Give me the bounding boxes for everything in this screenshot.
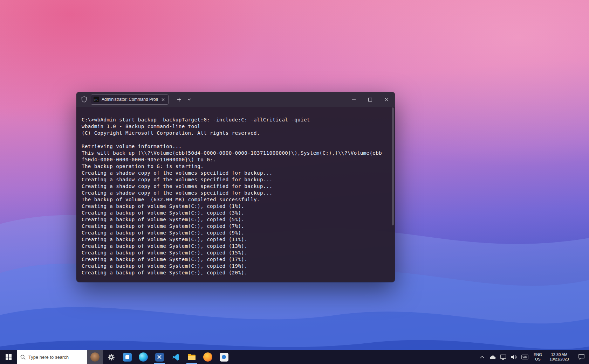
terminal-line: Creating a backup of volume System(C:), … (82, 210, 388, 216)
tab-dropdown-chevron-icon (187, 98, 191, 100)
tab-close-icon[interactable] (160, 97, 166, 102)
edge-browser-icon (139, 352, 148, 362)
taskbar-clock[interactable]: 12:30 AM 10/21/2023 (545, 350, 574, 364)
admin-shield-icon (81, 96, 88, 103)
blue-app-icon (123, 353, 132, 362)
terminal-body[interactable]: C:\>wbAdmin start backup -backupTarget:G… (76, 107, 395, 282)
start-windows-icon (6, 354, 12, 360)
taskbar-app-photos[interactable] (216, 350, 232, 364)
animal-photo-icon (90, 352, 100, 362)
minimize-icon (352, 99, 356, 100)
clock-time: 12:30 AM (545, 352, 574, 357)
tray-chevron-up-icon (480, 356, 484, 358)
scrollbar-thumb[interactable] (392, 107, 394, 225)
maximize-button[interactable] (362, 92, 378, 107)
terminal-line: Creating a backup of volume System(C:), … (82, 223, 388, 230)
taskbar-app-vscode[interactable] (167, 350, 184, 364)
volume-speaker-icon (511, 355, 517, 360)
tray-language-switcher[interactable]: ENG US (531, 350, 545, 364)
language-region: US (531, 357, 545, 362)
maximize-icon (368, 98, 372, 102)
taskbar-app-animal[interactable] (87, 350, 103, 364)
terminal-line: Creating a backup of volume System(C:), … (82, 230, 388, 236)
taskbar: ENG US 12:30 AM 10/21/2023 (0, 350, 589, 364)
terminal-line: Creating a backup of volume System(C:), … (82, 236, 388, 243)
terminal-line: Creating a backup of volume System(C:), … (82, 203, 388, 210)
new-tab-button[interactable] (174, 94, 184, 104)
touch-keyboard-icon (521, 355, 528, 359)
terminal-line: This will back up (\\?\Volume{ebbf50d4-0… (82, 150, 388, 156)
close-icon (385, 98, 389, 102)
terminal-line: Retrieving volume information... (82, 143, 388, 150)
firefox-icon (203, 352, 212, 362)
taskbar-app-firefox[interactable] (200, 350, 216, 364)
taskbar-app-edge[interactable] (135, 350, 151, 364)
terminal-line: C:\>wbAdmin start backup -backupTarget:G… (82, 117, 388, 123)
terminal-line: The backup operation to G: is starting. (82, 163, 388, 170)
cmd-tab-icon: C:\_ (94, 97, 99, 102)
onedrive-cloud-icon (489, 355, 496, 359)
taskbar-app-explorer[interactable] (184, 350, 200, 364)
terminal-line (82, 136, 388, 143)
network-monitor-icon (500, 355, 506, 360)
terminal-line: Creating a backup of volume System(C:), … (82, 263, 388, 270)
terminal-window: C:\_ Administrator: Command Prompt C:\>w… (76, 92, 395, 282)
terminal-titlebar[interactable]: C:\_ Administrator: Command Prompt (76, 92, 395, 107)
terminal-line: Creating a backup of volume System(C:), … (82, 243, 388, 250)
terminal-line: The backup of volume (632.00 MB) complet… (82, 196, 388, 203)
tray-network[interactable] (498, 350, 508, 364)
search-icon (20, 355, 26, 360)
new-tab-plus-icon (177, 98, 181, 102)
tray-onedrive[interactable] (487, 350, 498, 364)
settings-gear-icon (108, 354, 115, 361)
photos-app-icon (220, 353, 228, 362)
terminal-line: Creating a backup of volume System(C:), … (82, 270, 388, 276)
action-center-icon (578, 354, 585, 360)
blue-x-app-icon (155, 353, 164, 362)
start-button[interactable] (0, 350, 17, 364)
tab-dropdown-button[interactable] (185, 94, 194, 104)
terminal-scrollbar[interactable] (392, 107, 394, 281)
terminal-line: Creating a shadow copy of the volumes sp… (82, 176, 388, 183)
close-button[interactable] (378, 92, 395, 107)
file-explorer-icon (187, 353, 196, 361)
terminal-line: Creating a shadow copy of the volumes sp… (82, 170, 388, 176)
terminal-line: Creating a shadow copy of the volumes sp… (82, 183, 388, 190)
tray-show-hidden-icons[interactable] (477, 350, 487, 364)
language-code: ENG (531, 352, 545, 357)
taskbar-app-settings[interactable] (103, 350, 119, 364)
taskbar-search[interactable] (17, 350, 87, 364)
taskbar-app-x[interactable] (151, 350, 167, 364)
tab-title: Administrator: Command Prompt (102, 97, 158, 102)
terminal-output: C:\>wbAdmin start backup -backupTarget:G… (82, 117, 388, 276)
terminal-line: Creating a backup of volume System(C:), … (82, 250, 388, 256)
clock-date: 10/21/2023 (545, 357, 574, 362)
minimize-button[interactable] (345, 92, 362, 107)
vscode-icon (172, 353, 180, 361)
terminal-line: Creating a backup of volume System(C:), … (82, 216, 388, 223)
terminal-line: wbadmin 1.0 - Backup command-line tool (82, 123, 388, 130)
terminal-line: f50d4-0000-0000-0000-905e11000000}\) to … (82, 156, 388, 163)
tray-volume[interactable] (508, 350, 519, 364)
tray-touch-keyboard[interactable] (519, 350, 531, 364)
taskbar-app-blue[interactable] (119, 350, 135, 364)
search-input[interactable] (28, 355, 81, 360)
terminal-line: (C) Copyright Microsoft Corporation. All… (82, 130, 388, 136)
terminal-line: Creating a shadow copy of the volumes sp… (82, 190, 388, 196)
action-center-button[interactable] (574, 350, 589, 364)
terminal-tab[interactable]: C:\_ Administrator: Command Prompt (91, 94, 169, 105)
terminal-line: Creating a backup of volume System(C:), … (82, 256, 388, 263)
